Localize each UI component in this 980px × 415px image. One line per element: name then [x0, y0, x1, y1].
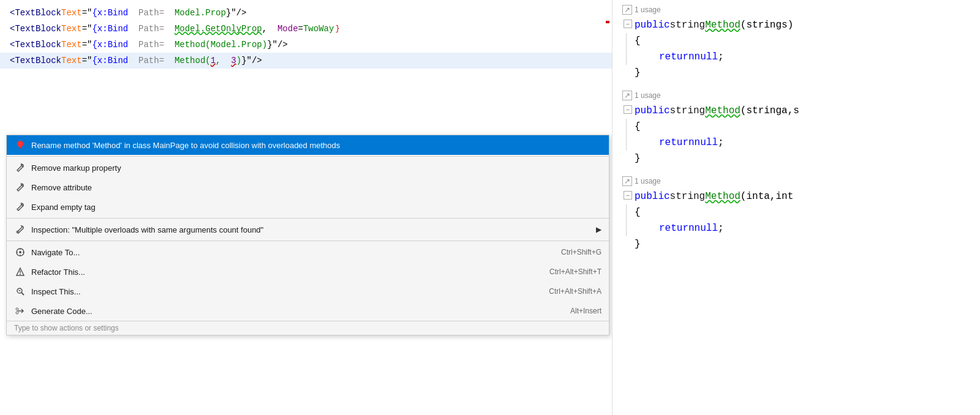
refactor-label: Refactor This...: [31, 267, 537, 277]
path-val-3: Method(Model.Prop): [175, 37, 267, 53]
navigate-shortcut: Ctrl+Shift+G: [561, 248, 601, 256]
code-block-3: – public string Method ( int a, int { re…: [622, 189, 970, 252]
attr-text-2: Text: [61, 21, 82, 37]
fold-icon-3[interactable]: –: [624, 191, 632, 200]
menu-footer: Type to show actions or settings: [7, 321, 609, 335]
svg-rect-2: [20, 148, 21, 149]
r-paramtype-3a: int: [746, 191, 764, 202]
r-line-3-4: }: [635, 236, 970, 252]
r-null-3: null: [695, 223, 718, 234]
space-7: [128, 53, 138, 69]
space-1: [128, 5, 138, 21]
space-2: [164, 5, 175, 21]
vertical-line-1: [626, 33, 627, 65]
r-return-1: return: [659, 51, 695, 62]
fold-icon-1[interactable]: –: [624, 20, 632, 28]
inspect-shortcut: Ctrl+Alt+Shift+A: [549, 287, 601, 296]
wrench-icon-1: [14, 162, 26, 174]
menu-item-inspection[interactable]: Inspection: "Multiple overloads with sam…: [7, 220, 609, 239]
inspect-icon: [14, 285, 26, 297]
submenu-arrow-icon: ▶: [596, 225, 601, 234]
lightbulb-red-icon: [14, 139, 26, 151]
r-params-3: (: [741, 191, 747, 202]
svg-point-8: [19, 251, 21, 253]
r-public-3: public: [635, 191, 670, 202]
red-marker: [606, 21, 609, 23]
r-null-1: null: [695, 51, 718, 62]
brace-open-2: {: [635, 121, 641, 132]
section-1: ↗ 1 usage – public string Method ( strin…: [622, 5, 970, 81]
r-paramname-3a: a,: [764, 191, 775, 202]
vertical-line-3: [626, 204, 627, 236]
r-paramtype-1: string: [746, 20, 782, 31]
wrench-gear-icon: [14, 223, 26, 236]
code-editor-right: ↗ 1 usage – public string Method ( strin…: [612, 0, 980, 415]
fold-icon-2[interactable]: –: [624, 105, 632, 114]
menu-item-navigate[interactable]: Navigate To... Ctrl+Shift+G: [7, 242, 609, 262]
brace-close-1: }: [635, 67, 641, 78]
svg-point-20: [16, 308, 18, 310]
close-4: }"/>: [241, 53, 262, 69]
menu-item-rename[interactable]: Rename method 'Method' in class MainPage…: [7, 135, 609, 155]
r-paramtype-3b: int: [775, 191, 793, 202]
eq-2: =: [298, 21, 303, 37]
usage-label-2: ↗ 1 usage: [622, 91, 970, 100]
r-paramname-2a: a,: [782, 105, 793, 116]
brace-close-2: }: [635, 153, 641, 164]
r-line-1-2: {: [635, 33, 970, 49]
usage-icon-3: ↗: [622, 176, 632, 186]
brace-close-3: }: [635, 239, 641, 250]
generate-label: Generate Code...: [31, 307, 558, 316]
path-val-1: Model.Prop: [175, 5, 226, 21]
r-public-2: public: [635, 105, 670, 116]
xbind-4: {x:Bind: [92, 53, 128, 69]
r-semi-2: ;: [718, 137, 724, 148]
svg-point-15: [20, 274, 21, 275]
r-line-1-4: }: [635, 65, 970, 81]
r-return-3: return: [659, 223, 695, 234]
r-string-2: string: [670, 105, 706, 116]
space-8: [164, 53, 175, 69]
path-label-4: Path=: [138, 53, 164, 69]
generate-shortcut: Alt+Insert: [570, 307, 601, 315]
separator-3: [7, 241, 609, 241]
equals-1: =": [82, 5, 92, 21]
menu-item-remove-markup[interactable]: Remove markup property: [7, 158, 609, 178]
space-3: [128, 21, 138, 37]
r-public-1: public: [635, 20, 670, 31]
code-line-1: <TextBlock Text =" {x:Bind Path= Model.P…: [0, 5, 612, 21]
code-block-2: – public string Method (string a, s { re…: [622, 103, 970, 166]
overflow-arrow: }: [335, 21, 339, 37]
code-line-3: <TextBlock Text =" {x:Bind Path= Method(…: [0, 37, 612, 53]
refactor-shortcut: Ctrl+Alt+Shift+T: [549, 267, 601, 276]
mode-key: Mode: [277, 21, 298, 37]
menu-item-expand-tag[interactable]: Expand empty tag: [7, 197, 609, 217]
svg-line-18: [21, 293, 24, 295]
r-string-3: string: [670, 191, 706, 202]
tag-open-2: <TextBlock: [10, 21, 61, 37]
menu-item-remove-attr[interactable]: Remove attribute: [7, 178, 609, 197]
equals-4: =": [82, 53, 92, 69]
path-val-4: Method(1, 3): [175, 53, 241, 69]
r-method-1: Method: [705, 20, 741, 31]
r-paramtype-2b: s: [793, 105, 799, 116]
menu-item-generate[interactable]: Generate Code... Alt+Insert: [7, 301, 609, 321]
r-line-3-3: return null ;: [635, 220, 970, 236]
space-6: [164, 37, 175, 53]
close-3: }"/>: [267, 37, 288, 53]
menu-item-refactor[interactable]: Refactor This... Ctrl+Alt+Shift+T: [7, 262, 609, 282]
wrench-icon-3: [14, 201, 26, 213]
context-menu: Rename method 'Method' in class MainPage…: [6, 135, 609, 335]
xbind-2: {x:Bind: [92, 21, 128, 37]
inspection-label: Inspection: "Multiple overloads with sam…: [31, 225, 591, 234]
section-3: ↗ 1 usage – public string Method ( int a…: [622, 176, 970, 252]
r-line-1-3: return null ;: [635, 49, 970, 65]
equals-2: =": [82, 21, 92, 37]
menu-item-inspect[interactable]: Inspect This... Ctrl+Alt+Shift+A: [7, 282, 609, 301]
svg-rect-1: [19, 146, 21, 148]
r-method-3: Method: [705, 191, 741, 202]
r-line-2-1: – public string Method (string a, s: [635, 103, 970, 119]
footer-text: Type to show actions or settings: [14, 324, 119, 332]
r-line-3-2: {: [635, 204, 970, 220]
path-label-1: Path=: [138, 5, 164, 21]
